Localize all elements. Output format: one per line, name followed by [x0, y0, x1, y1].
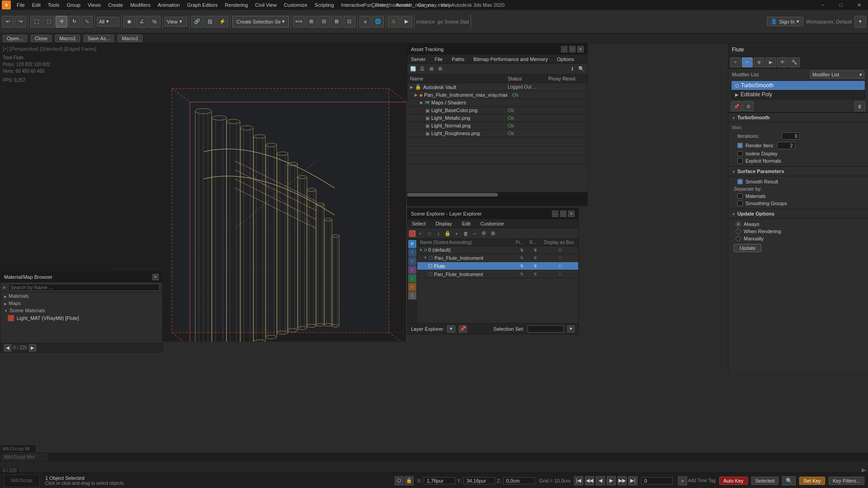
play-backwards-btn[interactable]: ◀ [596, 476, 605, 485]
asset-menu-server[interactable]: Server [409, 56, 427, 62]
smooth-result-checkbox[interactable]: ✓ [737, 179, 743, 184]
se-icon-front[interactable]: F [408, 257, 416, 265]
menu-group[interactable]: Group [63, 1, 84, 9]
turbosmooth-modifier[interactable]: ⬡ TurboSmooth [731, 81, 865, 90]
asset-row-normal[interactable]: ▣ Light_Normal.png Ok [407, 122, 587, 130]
z-coord[interactable]: 0,0cm [503, 477, 535, 484]
unlink-button[interactable]: ⛓ [204, 16, 216, 28]
editable-poly-modifier[interactable]: ▶ Editable Poly [731, 90, 865, 99]
scene-explorer-btn[interactable]: 🌐 [372, 16, 384, 28]
create-selection-button[interactable]: Create Selection Se▾ [232, 16, 289, 28]
asset-thumbnail-icon[interactable]: ⊞ [427, 65, 435, 73]
se-menu-customize[interactable]: Customize [479, 221, 506, 226]
create-panel-btn[interactable]: + [730, 57, 741, 67]
se-footer-expand-btn[interactable]: ▾ [447, 325, 455, 333]
se-icon-top[interactable]: T [408, 249, 416, 257]
filter-dropdown[interactable]: All▾ [97, 17, 119, 27]
keyframe-search-btn[interactable]: 🔍 [782, 476, 796, 485]
viewport-wireframe-btn[interactable]: 🔒 [405, 476, 414, 485]
always-radio[interactable] [736, 221, 741, 227]
rotate-button[interactable]: ↻ [68, 16, 80, 28]
se-maximize-button[interactable]: □ [560, 211, 566, 217]
bind-space-warp[interactable]: ⚡ [217, 16, 228, 28]
remove-modifier-btn[interactable]: 🗑 [854, 101, 865, 111]
select-region-button[interactable]: ⬚ [43, 16, 55, 28]
asset-scrollbar[interactable] [407, 192, 587, 197]
redo-button[interactable]: ↪ [14, 16, 26, 28]
se-row-pan-flute[interactable]: ⬡ Pan_Flute_Instrument ↯ ↯ □ [417, 270, 578, 278]
se-row-instrument[interactable]: ▼ ⬡ Pan_Flute_Instrument ↯ ↯ □ [417, 254, 578, 262]
menu-interactive[interactable]: Interactive [338, 1, 368, 9]
asset-row-vault[interactable]: ▶ 🔒 Autodesk Vault Logged Out ... [407, 83, 587, 91]
asset-row-basecolor[interactable]: ▣ Light_BaseColor.png Ok [407, 107, 587, 114]
prev-frame-btn[interactable]: |◀ [574, 476, 583, 485]
update-button[interactable]: Update [734, 244, 761, 252]
move-button[interactable]: ✛ [56, 16, 67, 28]
manually-radio[interactable] [736, 236, 741, 241]
play-btn[interactable]: ▶ [607, 476, 616, 485]
undo-button[interactable]: ↩ [2, 16, 14, 28]
explicit-normals-checkbox[interactable] [737, 158, 743, 164]
maps-section[interactable]: Maps [0, 300, 162, 307]
se-filter-btn[interactable] [409, 230, 415, 237]
se-icon-shape[interactable]: S [408, 291, 416, 300]
mirror-button[interactable]: ⟺ [293, 16, 305, 28]
menu-graph-editors[interactable]: Graph Editors [184, 1, 221, 9]
quick-align[interactable]: ⊟ [318, 16, 330, 28]
macro1-a-button[interactable]: Macro1 [55, 35, 80, 42]
modifier-dropdown[interactable]: Modifier List▾ [810, 70, 864, 79]
open-button[interactable]: Open... [3, 35, 27, 42]
asset-maximize-button[interactable]: □ [569, 46, 576, 52]
mat-next-button[interactable]: ▶ [29, 344, 36, 352]
menu-customize[interactable]: Customize [281, 1, 311, 9]
save-as-button[interactable]: Save As... [84, 35, 114, 42]
percent-snap[interactable]: % [149, 16, 160, 28]
menu-edit[interactable]: Edit [29, 1, 44, 9]
se-icon-camera[interactable]: C [408, 266, 416, 274]
asset-close-button[interactable]: ✕ [577, 46, 584, 52]
selection-set-input[interactable] [528, 325, 564, 333]
menu-arnold[interactable]: Arnold [393, 1, 414, 9]
asset-search-icon[interactable]: 🔍 [577, 65, 585, 73]
timeline-scroll-right[interactable]: ▶ [859, 467, 868, 473]
se-minimize-button[interactable]: − [552, 211, 558, 217]
select-button[interactable]: ⛶ [30, 16, 42, 28]
menu-content[interactable]: Content [368, 1, 392, 9]
se-lock-btn[interactable]: 🔒 [443, 230, 452, 238]
materials-section[interactable]: Materials [0, 292, 162, 300]
view-dropdown[interactable]: View▾ [165, 17, 187, 27]
materials-checkbox[interactable] [737, 193, 743, 199]
iterations-input[interactable]: 0 [782, 132, 800, 140]
close-button[interactable]: ✕ [850, 0, 868, 10]
display-panel-btn[interactable]: 👁 [777, 57, 788, 67]
se-del-btn[interactable]: 🗑 [462, 230, 470, 238]
place-highlight[interactable]: ⊡ [344, 16, 355, 28]
scale-button[interactable]: ⤡ [81, 16, 93, 28]
macro1-b-button[interactable]: Macro1 [118, 35, 142, 42]
maxscript-mini[interactable]: MAXScript Mini [2, 454, 47, 460]
maximize-button[interactable]: □ [832, 0, 850, 10]
se-all-btn[interactable]: ✓ [416, 230, 425, 238]
layer-manager[interactable]: ≡ [359, 16, 371, 28]
asset-list-icon[interactable]: ☰ [418, 65, 426, 73]
minimize-button[interactable]: − [814, 0, 832, 10]
next-frame-btn[interactable]: ▶| [628, 476, 637, 485]
angle-snap[interactable]: ∠ [136, 16, 148, 28]
menu-corona[interactable]: Corona [415, 1, 437, 9]
timeline-ruler[interactable]: 0 / 225 [0, 461, 868, 473]
pin-stack-btn[interactable]: 📌 [731, 101, 742, 111]
se-footer-pin-btn[interactable]: 📌 [459, 325, 467, 333]
add-time-tag-btn[interactable]: + [678, 476, 687, 485]
current-frame-input[interactable]: 0 [641, 477, 673, 484]
asset-row-maps[interactable]: ▶ 🗺 Maps / Shaders [407, 99, 587, 107]
maxscript-indicator[interactable]: MAXScript [4, 474, 40, 487]
hierarchy-panel-btn[interactable]: ⊕ [754, 57, 764, 67]
mat-close-button[interactable]: ✕ [152, 274, 159, 280]
smoothing-groups-checkbox[interactable] [737, 201, 743, 206]
render-setup[interactable]: ▶ [401, 16, 412, 28]
se-close-button[interactable]: ✕ [568, 211, 575, 217]
menu-views[interactable]: Views [85, 1, 104, 9]
mat-prev-button[interactable]: ◀ [4, 344, 11, 352]
asset-menu-bitmap[interactable]: Bitmap Performance and Memory [472, 56, 549, 62]
modify-panel-btn[interactable]: ✏ [742, 57, 753, 67]
